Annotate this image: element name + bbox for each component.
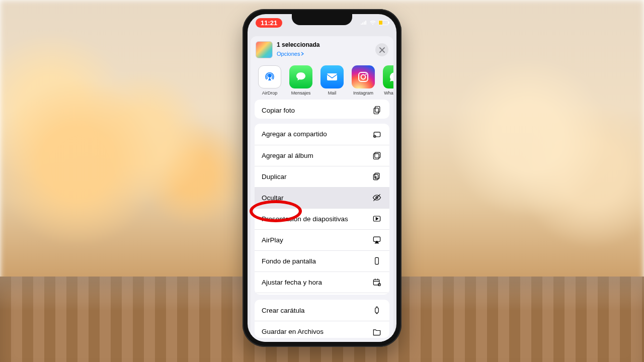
target-label: AirDrop [262,90,278,96]
svg-rect-16 [375,258,379,264]
target-messages[interactable]: Mensajes [289,65,313,96]
action-slideshow[interactable]: Presentación de diapositivas [255,208,389,229]
target-label: Mail [328,90,337,96]
watchface-icon [371,305,382,316]
target-label: WhatsApp [384,90,393,96]
share-targets[interactable]: AirDrop Mensajes Mail [251,61,393,97]
action-wallpaper[interactable]: Fondo de pantalla [255,250,389,272]
action-airplay[interactable]: AirPlay [255,229,389,250]
battery-icon [378,20,388,25]
iphone-mockup: 11:21 1 seleccionada Opciones [243,9,401,347]
duplicate-icon [371,171,382,182]
options-label: Opciones [277,51,300,57]
target-mail[interactable]: Mail [320,65,344,96]
target-airdrop[interactable]: AirDrop [258,65,282,96]
copy-icon [371,105,382,116]
recording-time-pill: 11:21 [256,18,282,28]
action-hide[interactable]: Ocultar [255,187,389,208]
action-save-files[interactable]: Guardar en Archivos [255,321,389,338]
mail-icon [320,65,344,88]
svg-point-3 [361,75,366,79]
folder-icon [371,326,382,337]
svg-rect-1 [327,73,337,80]
action-label: Ajustar fecha y hora [262,279,322,286]
close-button[interactable] [375,43,388,56]
slideshow-icon [371,213,382,224]
svg-point-0 [269,75,271,77]
svg-rect-10 [373,154,379,159]
action-adjust-location[interactable]: Ajustar ubicación [255,293,389,295]
group-main: Agregar a compartido Agregar al álbum Du… [255,124,389,295]
album-icon [371,150,382,161]
share-sheet: 1 seleccionada Opciones AirDrop [251,36,393,342]
group-files: Crear carátula Guardar en Archivos [255,300,389,338]
action-duplicate[interactable]: Duplicar [255,166,389,187]
chevron-right-icon [301,52,304,56]
calendar-icon [371,277,382,288]
phone-screen: 11:21 1 seleccionada Opciones [248,14,396,342]
svg-rect-9 [375,152,380,158]
action-add-shared[interactable]: Agregar a compartido [255,124,389,145]
svg-rect-6 [374,108,378,114]
target-label: Mensajes [291,90,311,96]
action-label: Agregar al álbum [262,152,313,159]
action-create-cover[interactable]: Crear carátula [255,300,389,321]
messages-icon [289,65,312,88]
svg-rect-11 [375,173,379,179]
action-copy-photo[interactable]: Copiar foto [255,100,389,119]
close-icon [379,47,385,53]
action-label: Agregar a compartido [262,130,327,138]
group-copy: Copiar foto [255,100,389,119]
options-link[interactable]: Opciones [277,51,304,57]
whatsapp-icon [383,65,393,88]
svg-point-4 [365,73,367,75]
svg-rect-7 [374,132,380,137]
selection-thumbnail [256,41,273,58]
airdrop-icon [258,65,281,88]
shared-album-icon [371,129,382,140]
cellular-icon [360,20,367,25]
action-label: Crear carátula [262,307,305,314]
target-label: Instagram [353,90,373,96]
action-label: Presentación de diapositivas [262,215,348,223]
airplay-icon [371,234,382,245]
wifi-icon [369,20,376,25]
action-label: Ocultar [262,194,284,202]
svg-rect-20 [375,308,379,313]
phone-notch [292,14,352,25]
instagram-icon [352,65,375,88]
action-add-album[interactable]: Agregar al álbum [255,145,389,166]
target-whatsapp[interactable]: WhatsApp [382,65,393,96]
action-label: Copiar foto [262,107,295,114]
action-label: AirPlay [262,236,283,244]
selection-count: 1 seleccionada [277,42,371,49]
action-adjust-date[interactable]: Ajustar fecha y hora [255,272,389,293]
action-label: Guardar en Archivos [262,328,324,335]
action-groups[interactable]: Copiar foto Agregar a compartido Agregar… [251,97,393,342]
hide-icon [371,192,382,203]
wallpaper-icon [371,255,382,266]
action-label: Fondo de pantalla [262,257,316,265]
sheet-header: 1 seleccionada Opciones [251,36,393,61]
target-instagram[interactable]: Instagram [351,65,375,96]
action-label: Duplicar [262,173,287,180]
status-right [360,20,388,25]
svg-rect-5 [375,107,380,113]
